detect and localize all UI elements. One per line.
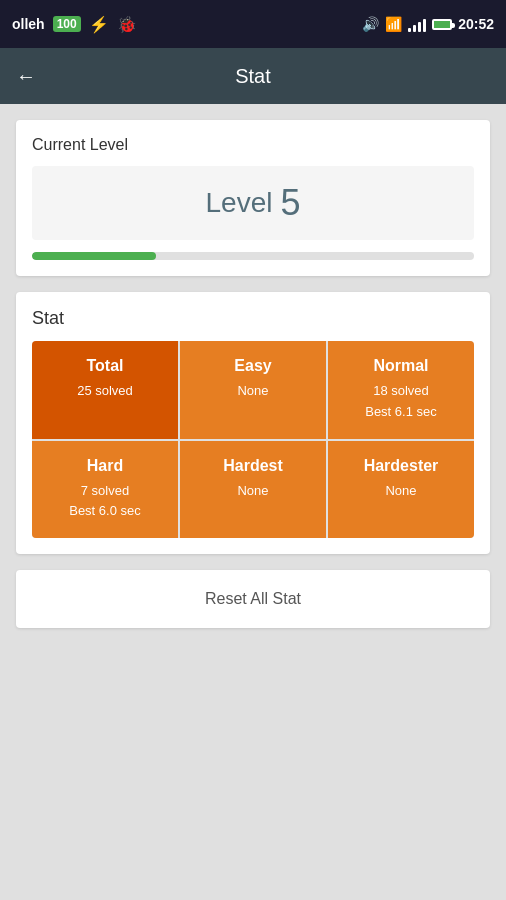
stat-cell-easy: Easy None	[180, 341, 326, 439]
stat-cell-total: Total 25 solved	[32, 341, 178, 439]
level-display: Level 5	[32, 166, 474, 240]
stat-hardest-title: Hardest	[188, 457, 318, 475]
status-bar: olleh 100 ⚡ 🐞 🔊 📶 20:52	[0, 0, 506, 48]
stat-cell-hardester: Hardester None	[328, 441, 474, 539]
current-level-title: Current Level	[32, 136, 474, 154]
stat-hardester-value: None	[336, 481, 466, 502]
stat-grid: Total 25 solved Easy None Normal 18 solv…	[32, 341, 474, 538]
stat-cell-normal: Normal 18 solved Best 6.1 sec	[328, 341, 474, 439]
carrier-text: olleh	[12, 16, 45, 32]
stat-total-value: 25 solved	[40, 381, 170, 402]
progress-bar-fill	[32, 252, 156, 260]
battery-percent-text: 100	[53, 16, 81, 32]
stat-hard-value: 7 solved Best 6.0 sec	[40, 481, 170, 523]
app-bar-title: Stat	[52, 65, 454, 88]
stat-card: Stat Total 25 solved Easy None Normal 18…	[16, 292, 490, 554]
main-content: Current Level Level 5 Stat Total 25 solv…	[0, 104, 506, 644]
stat-easy-title: Easy	[188, 357, 318, 375]
progress-bar-container	[32, 252, 474, 260]
volume-icon: 🔊	[362, 16, 379, 32]
battery-icon	[432, 19, 452, 30]
stat-hard-title: Hard	[40, 457, 170, 475]
stat-cell-hard: Hard 7 solved Best 6.0 sec	[32, 441, 178, 539]
app-bar: ← Stat	[0, 48, 506, 104]
back-button[interactable]: ←	[16, 65, 36, 88]
stat-title: Stat	[32, 308, 474, 329]
bug-icon: 🐞	[117, 15, 137, 34]
time-text: 20:52	[458, 16, 494, 32]
usb-icon: ⚡	[89, 15, 109, 34]
current-level-card: Current Level Level 5	[16, 120, 490, 276]
reset-all-stat-button[interactable]: Reset All Stat	[16, 570, 490, 628]
stat-normal-value: 18 solved Best 6.1 sec	[336, 381, 466, 423]
stat-hardester-title: Hardester	[336, 457, 466, 475]
signal-icon	[408, 16, 426, 32]
status-bar-left: olleh 100 ⚡ 🐞	[12, 15, 137, 34]
stat-cell-hardest: Hardest None	[180, 441, 326, 539]
stat-hardest-value: None	[188, 481, 318, 502]
level-label: Level	[206, 187, 273, 219]
stat-total-title: Total	[40, 357, 170, 375]
level-number: 5	[280, 182, 300, 224]
stat-normal-title: Normal	[336, 357, 466, 375]
wifi-icon: 📶	[385, 16, 402, 32]
stat-easy-value: None	[188, 381, 318, 402]
status-bar-right: 🔊 📶 20:52	[362, 16, 494, 32]
